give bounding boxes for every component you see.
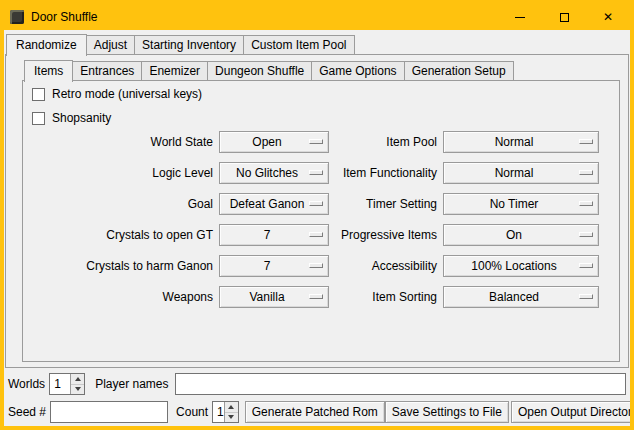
- dropdown-indicator-icon: [309, 232, 323, 237]
- worlds-label: Worlds: [8, 377, 45, 391]
- goal-dropdown[interactable]: Defeat Ganon: [219, 193, 329, 215]
- logic-level-value: No Glitches: [236, 166, 298, 180]
- dropdown-indicator-icon: [309, 201, 323, 206]
- inner-tab-bar: Items Entrances Enemizer Dungeon Shuffle…: [24, 58, 513, 81]
- outer-tab-bar: Randomize Adjust Starting Inventory Cust…: [6, 32, 354, 55]
- seed-input[interactable]: [50, 401, 168, 423]
- tab-entrances[interactable]: Entrances: [72, 61, 142, 81]
- timer-setting-value: No Timer: [490, 197, 539, 211]
- item-pool-label: Item Pool: [335, 135, 437, 149]
- checkbox-unchecked-icon[interactable]: [32, 112, 45, 125]
- close-icon: ✕: [603, 11, 613, 23]
- dropdown-indicator-icon: [579, 201, 593, 206]
- items-pane: Retro mode (universal keys) Shopsanity W…: [22, 80, 620, 362]
- seed-label: Seed #: [8, 405, 46, 419]
- count-spinbox[interactable]: 1: [212, 401, 239, 423]
- timer-setting-label: Timer Setting: [335, 197, 437, 211]
- dropdown-indicator-icon: [309, 139, 323, 144]
- item-sorting-dropdown[interactable]: Balanced: [443, 286, 599, 308]
- progressive-items-value: On: [506, 228, 522, 242]
- checkbox-unchecked-icon[interactable]: [32, 88, 45, 101]
- tab-items[interactable]: Items: [24, 60, 73, 82]
- maximize-icon: [560, 13, 569, 22]
- tab-starting-inventory[interactable]: Starting Inventory: [134, 35, 244, 55]
- tab-game-options[interactable]: Game Options: [311, 61, 404, 81]
- item-pool-value: Normal: [495, 135, 534, 149]
- goal-label: Goal: [31, 197, 213, 211]
- item-functionality-label: Item Functionality: [335, 166, 437, 180]
- weapons-label: Weapons: [31, 290, 213, 304]
- close-button[interactable]: ✕: [586, 4, 630, 30]
- world-state-value: Open: [252, 135, 281, 149]
- shopsanity-checkbox[interactable]: Shopsanity: [32, 110, 111, 126]
- app-icon: [10, 10, 24, 24]
- item-sorting-value: Balanced: [489, 290, 539, 304]
- save-settings-button[interactable]: Save Settings to File: [385, 401, 509, 423]
- window-controls: ✕: [498, 4, 630, 30]
- retro-mode-label: Retro mode (universal keys): [52, 87, 202, 101]
- goal-value: Defeat Ganon: [230, 197, 305, 211]
- crystals-harm-ganon-value: 7: [264, 259, 271, 273]
- tab-adjust[interactable]: Adjust: [86, 35, 135, 55]
- spin-down-icon[interactable]: [225, 413, 238, 423]
- weapons-value: Vanilla: [249, 290, 284, 304]
- count-value: 1: [213, 402, 224, 422]
- minimize-button[interactable]: [498, 4, 542, 30]
- world-state-dropdown[interactable]: Open: [219, 131, 329, 153]
- world-state-label: World State: [31, 135, 213, 149]
- maximize-button[interactable]: [542, 4, 586, 30]
- spinner-buttons: [70, 374, 84, 394]
- accessibility-value: 100% Locations: [471, 259, 556, 273]
- item-sorting-label: Item Sorting: [335, 290, 437, 304]
- open-output-directory-button[interactable]: Open Output Directory: [511, 401, 634, 423]
- shopsanity-label: Shopsanity: [52, 111, 111, 125]
- player-names-label: Player names: [95, 377, 168, 391]
- item-pool-dropdown[interactable]: Normal: [443, 131, 599, 153]
- dropdown-indicator-icon: [309, 170, 323, 175]
- tab-custom-item-pool[interactable]: Custom Item Pool: [243, 35, 354, 55]
- tab-dungeon-shuffle[interactable]: Dungeon Shuffle: [207, 61, 312, 81]
- timer-setting-dropdown[interactable]: No Timer: [443, 193, 599, 215]
- window-content: Randomize Adjust Starting Inventory Cust…: [4, 30, 630, 426]
- dropdown-indicator-icon: [579, 294, 593, 299]
- titlebar[interactable]: Door Shuffle ✕: [4, 4, 630, 30]
- spin-up-icon[interactable]: [71, 374, 84, 385]
- retro-mode-checkbox[interactable]: Retro mode (universal keys): [32, 86, 202, 102]
- item-functionality-value: Normal: [495, 166, 534, 180]
- logic-level-dropdown[interactable]: No Glitches: [219, 162, 329, 184]
- player-names-input[interactable]: [175, 373, 627, 395]
- worlds-value: 1: [50, 374, 70, 394]
- generate-patched-rom-button[interactable]: Generate Patched Rom: [245, 401, 385, 423]
- weapons-dropdown[interactable]: Vanilla: [219, 286, 329, 308]
- dropdown-indicator-icon: [579, 263, 593, 268]
- window-title: Door Shuffle: [31, 10, 98, 24]
- worlds-row: Worlds 1 Player names: [8, 372, 626, 396]
- dropdown-indicator-icon: [579, 139, 593, 144]
- crystals-open-gt-value: 7: [264, 228, 271, 242]
- tab-generation-setup[interactable]: Generation Setup: [404, 61, 514, 81]
- spin-up-icon[interactable]: [225, 402, 238, 413]
- tab-randomize[interactable]: Randomize: [6, 34, 87, 56]
- tab-enemizer[interactable]: Enemizer: [141, 61, 208, 81]
- logic-level-label: Logic Level: [31, 166, 213, 180]
- crystals-harm-ganon-dropdown[interactable]: 7: [219, 255, 329, 277]
- progressive-items-dropdown[interactable]: On: [443, 224, 599, 246]
- spinner-buttons: [224, 402, 238, 422]
- item-functionality-dropdown[interactable]: Normal: [443, 162, 599, 184]
- accessibility-label: Accessibility: [335, 259, 437, 273]
- dropdown-indicator-icon: [579, 170, 593, 175]
- dropdown-indicator-icon: [579, 232, 593, 237]
- crystals-open-gt-label: Crystals to open GT: [31, 228, 213, 242]
- window: Door Shuffle ✕ Randomize Adjust Starting…: [0, 0, 634, 430]
- crystals-harm-ganon-label: Crystals to harm Ganon: [31, 259, 213, 273]
- progressive-items-label: Progressive Items: [335, 228, 437, 242]
- crystals-open-gt-dropdown[interactable]: 7: [219, 224, 329, 246]
- count-label: Count: [176, 405, 208, 419]
- worlds-spinbox[interactable]: 1: [49, 373, 85, 395]
- spin-down-icon[interactable]: [71, 385, 84, 395]
- accessibility-dropdown[interactable]: 100% Locations: [443, 255, 599, 277]
- settings-grid: World State Open Item Pool Normal Logic …: [31, 131, 599, 308]
- dropdown-indicator-icon: [309, 263, 323, 268]
- dropdown-indicator-icon: [309, 294, 323, 299]
- minimize-icon: [515, 17, 525, 18]
